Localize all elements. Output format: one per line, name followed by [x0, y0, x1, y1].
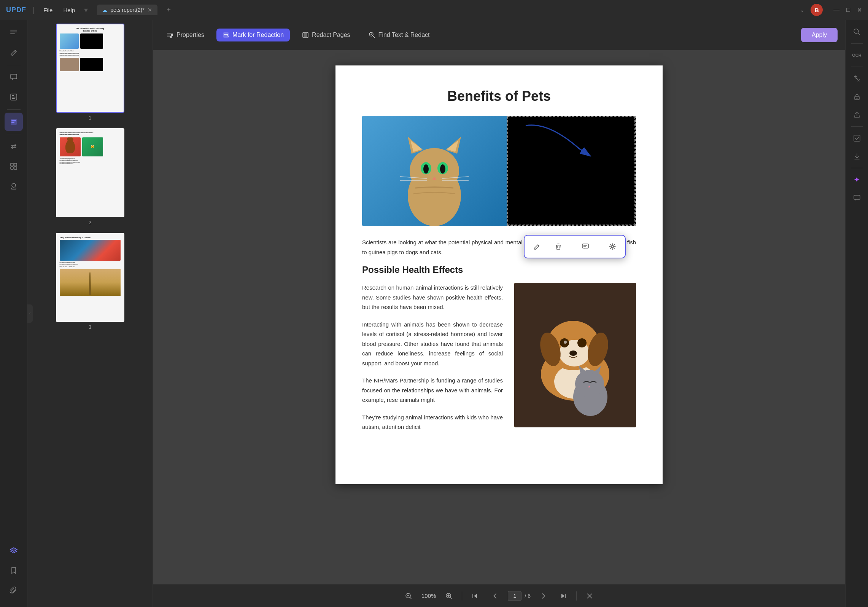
- para4: They're studying animal interactions wit…: [362, 413, 503, 432]
- redact-pages-button[interactable]: Redact Pages: [296, 29, 356, 41]
- svg-rect-20: [224, 34, 228, 35]
- thumbnail-frame-1: The Health and Mood-BoostingBenefits of …: [56, 24, 124, 113]
- thumb-content-1: The Health and Mood-BoostingBenefits of …: [57, 24, 124, 112]
- cloud-icon: ☁: [102, 7, 107, 13]
- svg-point-17: [171, 34, 173, 36]
- close-button[interactable]: ✕: [857, 6, 862, 14]
- svg-rect-81: [854, 195, 860, 199]
- bookmark-icon[interactable]: [5, 561, 23, 580]
- page-total: / 6: [525, 593, 531, 599]
- collapse-handle[interactable]: ‹: [27, 304, 33, 323]
- page-display: / 6: [508, 591, 531, 601]
- two-col-layout: Research on human-animal interactions is…: [362, 283, 636, 440]
- svg-rect-44: [582, 244, 588, 248]
- svg-point-78: [856, 98, 857, 99]
- tab-close-button[interactable]: ✕: [148, 7, 152, 13]
- last-page-button[interactable]: [556, 589, 570, 603]
- search-icon[interactable]: [849, 24, 865, 40]
- page-title: Benefits of Pets: [362, 88, 636, 104]
- svg-point-15: [12, 183, 16, 187]
- user-avatar[interactable]: B: [811, 4, 823, 16]
- organize-icon[interactable]: [5, 157, 23, 175]
- sidebar-divider3: [7, 134, 21, 134]
- ai-icon[interactable]: ✦: [849, 171, 865, 188]
- toolbar: Properties Mark for Redaction Redact Pag…: [153, 20, 845, 50]
- properties-button[interactable]: Properties: [161, 29, 210, 41]
- comment-icon[interactable]: [5, 68, 23, 86]
- pdf-page: Benefits of Pets: [335, 65, 663, 484]
- col-text: Research on human-animal interactions is…: [362, 283, 503, 440]
- window-dropdown[interactable]: ⌄: [800, 7, 804, 13]
- svg-point-32: [423, 164, 429, 174]
- share-icon[interactable]: [849, 107, 865, 123]
- bottom-bar: 100% / 6: [153, 584, 845, 607]
- maximize-button[interactable]: □: [846, 6, 850, 14]
- translate-icon[interactable]: [849, 70, 865, 87]
- svg-rect-14: [14, 167, 17, 169]
- redact-icon[interactable]: [5, 113, 23, 131]
- checkmark-icon[interactable]: [849, 130, 865, 147]
- svg-point-47: [611, 245, 614, 248]
- convert-icon[interactable]: [5, 137, 23, 156]
- thumb-page-num-2: 2: [31, 220, 149, 225]
- redact-edit-button[interactable]: [529, 239, 545, 255]
- lock-icon[interactable]: [849, 88, 865, 105]
- para2: Interacting with animals has been shown …: [362, 320, 503, 368]
- next-page-button[interactable]: [537, 589, 550, 603]
- thumbnail-page-1[interactable]: The Health and Mood-BoostingBenefits of …: [31, 24, 149, 121]
- svg-point-60: [575, 370, 604, 397]
- title-bar: UPDF | File Help ▾ ☁ pets report(2)* ✕ +…: [0, 0, 868, 20]
- title-separator: |: [32, 6, 34, 14]
- document-tab[interactable]: ☁ pets report(2)* ✕: [97, 5, 157, 15]
- first-page-button[interactable]: [468, 589, 482, 603]
- prev-page-button[interactable]: [488, 589, 502, 603]
- para3: The NIH/Mars Partnership is funding a ra…: [362, 376, 503, 405]
- right-sidebar: OCR ✦: [845, 20, 868, 607]
- svg-rect-2: [10, 33, 15, 34]
- edit-icon[interactable]: [5, 43, 23, 62]
- svg-rect-0: [10, 30, 17, 30]
- thumbnail-frame-2: ■■■■■■■■■■■■■■■■■■■■■■■■■■■■■■■■■■■■■■■■…: [56, 128, 124, 217]
- file-menu[interactable]: File: [40, 5, 56, 15]
- svg-rect-10: [11, 122, 14, 123]
- mark-for-redaction-button[interactable]: Mark for Redaction: [216, 29, 290, 41]
- pdf-viewer[interactable]: Benefits of Pets: [153, 50, 845, 584]
- svg-rect-11: [11, 163, 13, 166]
- toolbar-sep-2: [599, 241, 599, 252]
- app-name: UPDF: [6, 6, 26, 14]
- svg-line-76: [858, 33, 860, 35]
- attachment-icon[interactable]: [5, 581, 23, 599]
- new-tab-button[interactable]: +: [164, 5, 174, 15]
- thumbnail-page-3[interactable]: A Key Phase in the History of Tourism ■■…: [31, 233, 149, 330]
- apply-button[interactable]: Apply: [801, 28, 838, 42]
- redact-delete-button[interactable]: [550, 239, 566, 255]
- svg-point-57: [564, 341, 567, 344]
- minimize-button[interactable]: —: [833, 6, 839, 14]
- redact-settings-button[interactable]: [604, 239, 620, 255]
- reader-icon[interactable]: [5, 24, 23, 42]
- ocr-icon[interactable]: OCR: [849, 47, 865, 64]
- thumbnail-page-2[interactable]: ■■■■■■■■■■■■■■■■■■■■■■■■■■■■■■■■■■■■■■■■…: [31, 128, 149, 225]
- chat-icon[interactable]: [849, 190, 865, 206]
- sidebar-divider: [7, 65, 21, 65]
- para1: Research on human-animal interactions is…: [362, 283, 503, 312]
- sidebar-divider2: [7, 109, 21, 110]
- page-input[interactable]: [508, 591, 521, 601]
- layers-icon[interactable]: [5, 542, 23, 560]
- thumbnail-panel: ‹ The Health and Mood-BoostingBenefits o…: [27, 20, 153, 607]
- redacted-image-box: [507, 116, 636, 226]
- right-divider: [851, 43, 863, 44]
- thumb-page-num-3: 3: [31, 324, 149, 330]
- zoom-in-button[interactable]: [442, 589, 456, 603]
- zoom-out-button[interactable]: [402, 589, 415, 603]
- find-text-redact-button[interactable]: Find Text & Redact: [362, 29, 436, 41]
- svg-point-58: [569, 350, 577, 356]
- stamp-icon[interactable]: [5, 177, 23, 195]
- right-divider2: [851, 67, 863, 67]
- download-icon[interactable]: [849, 148, 865, 165]
- thumb-content-2: ■■■■■■■■■■■■■■■■■■■■■■■■■■■■■■■■■■■■■■■■…: [57, 129, 124, 217]
- close-nav-button[interactable]: [583, 589, 596, 603]
- help-menu[interactable]: Help: [60, 5, 78, 15]
- form-icon[interactable]: [5, 88, 23, 106]
- redact-comment-button[interactable]: [577, 239, 593, 255]
